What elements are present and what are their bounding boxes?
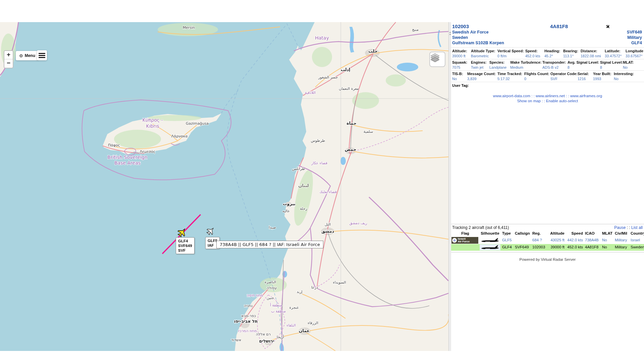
map-place-label: إدلب (341, 67, 351, 72)
aircraft-detail-panel: 102003 4A81F8 Swedish Air Force Sweden G… (451, 22, 644, 351)
detail-row: Altitude:39000 ftAltitude Type:Barometri… (452, 49, 643, 59)
column-header-flag[interactable]: Flag (461, 231, 469, 235)
map-place-label: منطقة ب (271, 309, 286, 313)
detail-field: Bearing:113.1° (563, 49, 581, 59)
cell-mlat[interactable]: No (602, 245, 607, 249)
map-place-label: جسر الشغور (318, 75, 338, 79)
map-place-label: اللاذقية (305, 90, 316, 95)
map-place-label: Πάφος (108, 143, 120, 147)
column-header-civmil[interactable]: Civ/Mil (615, 231, 627, 235)
aircraft-label-line: SVF649 (178, 243, 192, 248)
map-place-label: قضاء بعلبك (319, 190, 336, 194)
aircraft-list-row[interactable]: GLF4SVF64910200339000 ft452.0 kts4A81F8N… (451, 244, 644, 251)
column-header-silhouette[interactable]: Silhouette (481, 231, 499, 235)
user-tag-label: User Tag: (452, 83, 469, 87)
detail-field: MLAT:No (623, 60, 643, 70)
map-place-label: إربد (297, 290, 302, 294)
cell-reg[interactable]: 684 ? (532, 238, 542, 242)
map-place-label: عمان (299, 328, 310, 333)
map-place-label: عنجرة (289, 305, 299, 310)
panel-splitter[interactable]: ▲▼ (448, 22, 451, 351)
map-place-label: מחוז חיפה (247, 293, 263, 298)
map-place-label: منبج (412, 27, 419, 32)
detail-field: Serial:1216 (578, 71, 593, 81)
map-place-label: תל אביב-יפו (234, 319, 258, 324)
selected-icao: 4A81F8 (550, 23, 568, 29)
cell-reg[interactable]: 102003 (532, 245, 545, 249)
map-place-label: معرة النعمان (339, 86, 359, 91)
map-place-label: Gazimağusa (186, 121, 209, 126)
column-header-altitude[interactable]: Altitude (550, 231, 565, 235)
detail-field: TIS-B:No (452, 71, 467, 81)
map-place-label: طرابلس (292, 167, 305, 171)
layers-control[interactable] (429, 52, 445, 67)
flag-image: ✡IsraeliAir Force (451, 237, 478, 244)
jet-silhouette-icon (481, 237, 499, 243)
detail-field: Interesting:No (614, 71, 643, 81)
map-place-label: لبنان (298, 183, 309, 188)
cell-mlat[interactable]: No (602, 238, 607, 242)
column-header-speed[interactable]: Speed (571, 231, 583, 235)
civ-mil-status: Military (627, 35, 642, 40)
cell-icao[interactable]: 738A4B (585, 238, 599, 242)
cell-altitude[interactable]: 43025 ft (550, 238, 565, 242)
aircraft-list-button[interactable] (37, 50, 47, 60)
detail-field: Wake Turbulence:Medium (510, 60, 542, 70)
detail-field: Time Tracked:5:17:32 (497, 71, 524, 81)
map-place-label: جنين (267, 296, 274, 300)
column-header-mlat[interactable]: MLAT (602, 231, 612, 235)
zoom-out-button[interactable]: − (4, 59, 13, 68)
tracking-summary: Tracking 2 aircraft (out of 6,411) Pause… (452, 225, 643, 230)
cell-country[interactable]: Sweden (631, 245, 644, 249)
map-place-label: عاليه (282, 209, 290, 213)
zoom-control[interactable]: + − (4, 50, 13, 68)
map-place-label: נתניה (244, 304, 253, 308)
aircraft-list-row[interactable]: ✡IsraeliAir ForceGLF5684 ?43025 ft442.0 … (451, 237, 644, 244)
aircraft-label-line: GLF5 (208, 238, 217, 243)
map-canvas[interactable]: MersinHatayمنبجحلبإدلبجسر الشغورمعرة الن… (0, 22, 448, 351)
detail-field: Year Built:1993 (593, 71, 614, 81)
column-header-type[interactable]: Type (502, 231, 511, 235)
column-header-reg[interactable]: Reg. (532, 231, 541, 235)
cell-country[interactable]: Israel (631, 238, 640, 242)
cell-civmil[interactable]: Military (615, 245, 627, 249)
map-place-label: طرطوس (311, 138, 325, 143)
aircraft-label-line: SVF (178, 248, 192, 253)
callsign: SVF649 (627, 30, 642, 35)
external-links[interactable]: www.airport-data.com : : www.airliners.n… (451, 94, 644, 98)
map-place-label: Kıbrıs (146, 123, 159, 129)
map-place-label: Mersin (183, 25, 195, 30)
cell-callsign[interactable]: SVF649 (515, 245, 529, 249)
cell-civmil[interactable]: Military (615, 238, 627, 242)
column-header-callsign[interactable]: Callsign (515, 231, 530, 235)
pause-link[interactable]: Pause (614, 225, 626, 230)
map-place-label: درعا (311, 285, 318, 290)
aircraft-model: Gulfstream S102B Korpen (452, 41, 504, 45)
silhouette-image (480, 237, 500, 243)
list-all-link[interactable]: List all (631, 225, 643, 230)
detail-row: TIS-B:NoMessage Count:3,839Time Tracked:… (452, 71, 643, 81)
map-place-label: עפולה (267, 286, 277, 290)
detail-field: Transponder:ADS-B v2 (542, 60, 568, 70)
detail-field: Squawk:7075 (452, 60, 471, 70)
operator-country: Sweden (452, 35, 468, 40)
cell-icao[interactable]: 4A81F8 (585, 245, 598, 249)
jet-silhouette-icon (481, 244, 499, 250)
aircraft-label-line: GLF4 (178, 239, 192, 243)
cell-altitude[interactable]: 39000 ft (550, 245, 565, 249)
splitter-grip-icon: ▲▼ (449, 31, 451, 36)
cell-type[interactable]: GLF5 (502, 238, 512, 242)
zoom-in-button[interactable]: + (4, 51, 13, 59)
menu-button[interactable]: ⚙ Menu (16, 51, 39, 60)
cell-speed[interactable]: 442.0 kts (567, 238, 583, 242)
map-viewport[interactable]: MersinHatayمنبجحلبإدلبجسر الشغورمعرة الن… (0, 22, 448, 351)
column-header-country[interactable]: Country (631, 231, 644, 235)
cell-type[interactable]: GLF4 (502, 245, 512, 249)
map-place-label: منطقة أ (270, 303, 282, 307)
column-header-icao[interactable]: ICAO (585, 231, 595, 235)
cell-speed[interactable]: 452.0 kts (567, 245, 583, 249)
detail-field: Speed:452.0 kts (525, 49, 544, 59)
detail-field: Signal Level:8 (600, 60, 623, 70)
map-action-links[interactable]: Show on map : : Enable auto-select (451, 99, 644, 103)
aircraft-label-selected[interactable]: GLF4 SVF649 SVF (176, 237, 195, 254)
